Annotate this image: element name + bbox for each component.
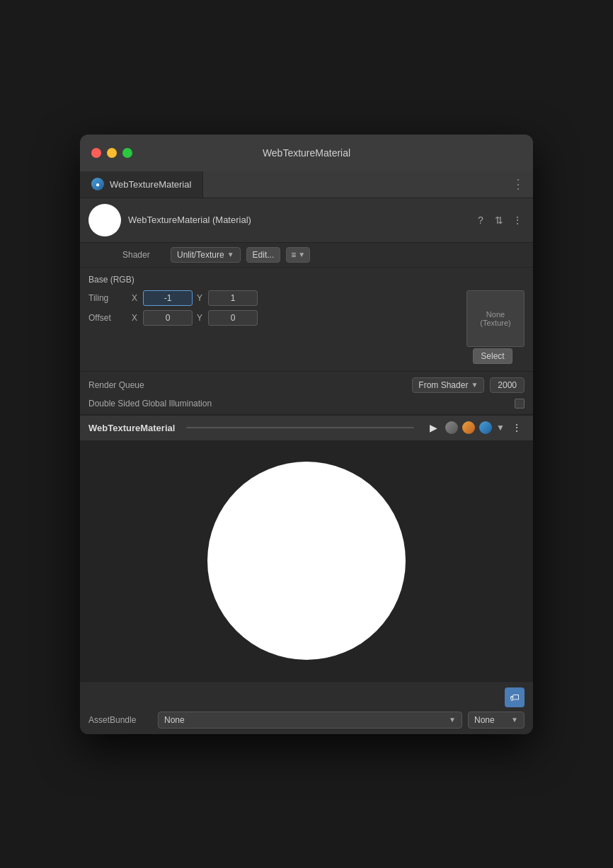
render-section: Render Queue From Shader ▼ 2000 Double S…: [80, 372, 533, 415]
titlebar: WebTextureMaterial: [80, 135, 533, 171]
play-button[interactable]: ▶: [425, 420, 441, 435]
shader-row: Shader Unlit/Texture ▼ Edit... ≡ ▼: [80, 243, 533, 268]
close-button[interactable]: [91, 148, 101, 158]
tiling-x-label: X: [132, 293, 139, 303]
material-preview-circle: [88, 204, 121, 236]
tab-material-icon: ●: [91, 178, 104, 190]
gi-label: Double Sided Global Illumination: [88, 399, 509, 409]
tiling-y-input[interactable]: [208, 290, 258, 306]
variant-chevron-icon: ▼: [511, 716, 518, 724]
tab-spacer: [203, 171, 503, 198]
shader-dropdown[interactable]: Unlit/Texture ▼: [171, 247, 241, 263]
offset-y-input[interactable]: [208, 310, 258, 326]
preview-title: WebTextureMaterial: [88, 423, 175, 433]
shader-value: Unlit/Texture: [177, 250, 224, 260]
properties-section: Base (RGB) Tiling X Y Offset X Y: [80, 268, 533, 372]
offset-row: Offset X Y: [88, 310, 455, 326]
inspector-header: WebTextureMaterial (Material) ? ⇅ ⋮: [80, 198, 533, 243]
texture-area: Tiling X Y Offset X Y None: [88, 290, 525, 364]
unity-window: WebTextureMaterial ● WebTextureMaterial …: [80, 135, 533, 734]
tag-row: 🏷: [88, 687, 525, 707]
bundle-value: None: [164, 715, 185, 725]
texture-fields: Tiling X Y Offset X Y: [88, 290, 455, 330]
tiling-row: Tiling X Y: [88, 290, 455, 306]
tiling-y-label: Y: [197, 293, 204, 303]
list-chevron-icon: ▼: [298, 251, 305, 258]
settings-icon[interactable]: ⇅: [492, 213, 506, 227]
asset-bundle-dropdown[interactable]: None ▼: [158, 712, 462, 729]
render-queue-chevron-icon: ▼: [471, 381, 478, 389]
preview-bar: WebTextureMaterial ▶ ▼ ⋮: [80, 415, 533, 440]
shader-chevron-icon: ▼: [227, 251, 234, 258]
footer: 🏷 AssetBundle None ▼ None ▼: [80, 681, 533, 734]
bundle-chevron-icon: ▼: [449, 716, 456, 724]
window-title: WebTextureMaterial: [263, 147, 350, 159]
traffic-lights: [91, 148, 132, 158]
gi-row: Double Sided Global Illumination: [88, 399, 525, 409]
tab-webtexturematerial[interactable]: ● WebTextureMaterial: [80, 171, 203, 198]
preview-sphere-gray-icon[interactable]: [445, 421, 458, 434]
maximize-button[interactable]: [122, 148, 132, 158]
render-queue-number[interactable]: 2000: [490, 377, 525, 393]
texture-slot-area: None (Texture) Select: [461, 290, 525, 364]
asset-bundle-row: AssetBundle None ▼ None ▼: [88, 712, 525, 729]
material-name: WebTextureMaterial (Material): [128, 215, 466, 225]
preview-more-button[interactable]: ⋮: [509, 420, 525, 435]
preview-sphere-colored-icon[interactable]: [462, 421, 475, 434]
tiling-x-input[interactable]: [143, 290, 193, 306]
offset-label: Offset: [88, 313, 127, 323]
offset-y-label: Y: [197, 313, 204, 323]
material-info: WebTextureMaterial (Material): [128, 215, 466, 225]
offset-x-label: X: [132, 313, 139, 323]
render-queue-label: Render Queue: [88, 380, 406, 390]
preview-area: [80, 440, 533, 681]
shader-list-button[interactable]: ≡ ▼: [286, 247, 310, 263]
texture-slot[interactable]: None (Texture): [466, 290, 525, 347]
tag-button[interactable]: 🏷: [505, 687, 525, 707]
minimize-button[interactable]: [107, 148, 117, 158]
preview-controls: ▶ ▼ ⋮: [425, 420, 525, 435]
gi-checkbox[interactable]: [515, 399, 525, 409]
render-queue-value: From Shader: [418, 380, 468, 390]
shader-edit-button[interactable]: Edit...: [246, 247, 281, 263]
help-icon[interactable]: ?: [474, 213, 488, 227]
texture-none-label: None: [486, 310, 505, 319]
base-rgb-header: Base (RGB): [88, 275, 525, 285]
select-button[interactable]: Select: [473, 348, 512, 364]
render-queue-dropdown[interactable]: From Shader ▼: [412, 377, 484, 393]
offset-x-input[interactable]: [143, 310, 193, 326]
tabbar: ● WebTextureMaterial ⋮: [80, 171, 533, 198]
preview-sphere: [207, 462, 406, 660]
asset-bundle-label: AssetBundle: [88, 715, 152, 725]
tab-more-button[interactable]: ⋮: [503, 171, 533, 198]
shader-label: Shader: [122, 250, 165, 260]
list-icon: ≡: [291, 250, 296, 260]
bundle-variant-value: None: [474, 715, 495, 725]
inspector-header-icons: ? ⇅ ⋮: [474, 213, 525, 227]
texture-type-label: (Texture): [480, 319, 510, 327]
tag-icon: 🏷: [510, 692, 520, 703]
tiling-label: Tiling: [88, 293, 127, 303]
preview-progress-bar: [186, 427, 414, 428]
more-options-icon[interactable]: ⋮: [510, 213, 525, 227]
preview-dropdown-chevron-icon[interactable]: ▼: [496, 423, 505, 433]
tab-label: WebTextureMaterial: [110, 179, 191, 190]
base-rgb-label: Base (RGB): [88, 275, 525, 285]
render-queue-row: Render Queue From Shader ▼ 2000: [88, 377, 525, 393]
bundle-variant-dropdown[interactable]: None ▼: [468, 712, 525, 729]
preview-sphere-blue-icon[interactable]: [479, 421, 492, 434]
